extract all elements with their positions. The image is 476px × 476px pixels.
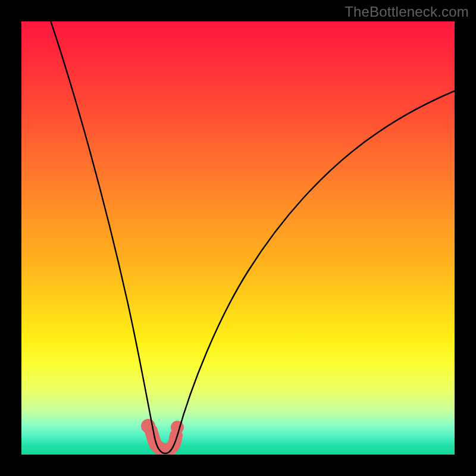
curve-path: [49, 21, 455, 453]
plot-area: [21, 21, 455, 455]
bottleneck-curve: [21, 21, 455, 455]
chart-stage: TheBottleneck.com: [0, 0, 476, 476]
svg-point-1: [171, 421, 184, 434]
watermark-text: TheBottleneck.com: [345, 4, 469, 20]
